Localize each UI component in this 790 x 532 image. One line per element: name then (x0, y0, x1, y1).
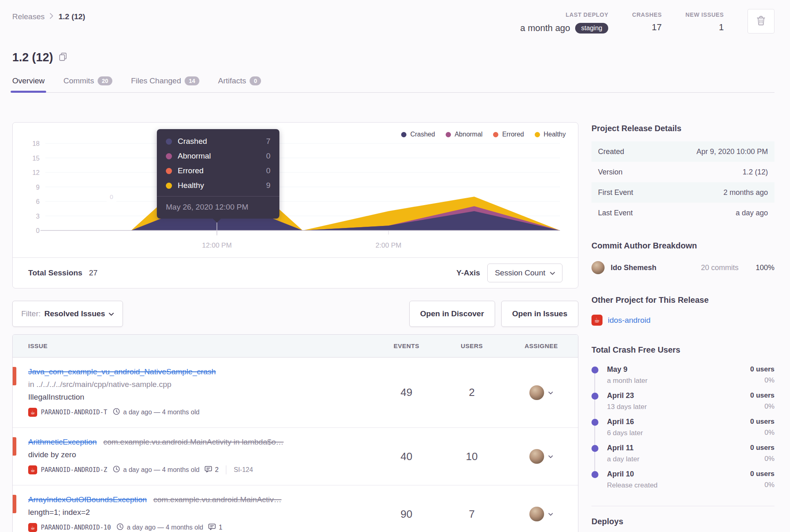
column-header-users: USERS (439, 342, 504, 349)
svg-text:3: 3 (36, 213, 40, 220)
tooltip-series-value: 0 (266, 152, 270, 161)
legend-label: Errored (502, 131, 524, 138)
tab[interactable]: Files Changed 14 (131, 76, 199, 92)
crash-free-timeline: May 9 a month later 0 users 0% (591, 365, 774, 490)
legend-label: Healthy (544, 131, 566, 138)
chevron-down-icon (550, 268, 555, 277)
detail-row: Created Apr 9, 2020 10:00 PM (591, 141, 774, 162)
issues-table: ISSUE EVENTS USERS ASSIGNEE Java_com_exa… (12, 334, 578, 532)
tooltip-series-dot (166, 183, 172, 189)
timeline-date: April 23 (607, 391, 647, 400)
legend-dot (535, 132, 540, 137)
tab-count-badge: 0 (250, 76, 261, 85)
breadcrumb-releases-link[interactable]: Releases (12, 12, 45, 21)
timeline-users: 0 users (750, 444, 774, 452)
legend-item[interactable]: Abnormal (446, 131, 482, 138)
timeline-dot (591, 445, 598, 452)
detail-label: Version (598, 168, 623, 177)
crash-free-heading: Total Crash Free Users (591, 345, 774, 355)
issue-title-link[interactable]: ArrayIndexOutOfBoundsException (28, 495, 147, 504)
timeline-percent: 0% (750, 376, 774, 384)
project-badge[interactable]: ☕ PARANOID-ANDROID-10 (28, 523, 111, 532)
issues-filter-dropdown[interactable]: Filter: Resolved Issues (12, 301, 123, 327)
sidebar-divider (591, 506, 774, 506)
timeline-users: 0 users (750, 391, 774, 400)
total-sessions-value: 27 (89, 268, 98, 277)
timeline-item: April 16 6 days later 0 users 0% (591, 418, 774, 437)
stat-crashes: CRASHES 17 (632, 9, 662, 32)
comment-icon (205, 466, 212, 474)
tooltip-series-label: Errored (178, 166, 203, 175)
chevron-down-icon (109, 309, 114, 318)
clock-icon (113, 465, 120, 474)
assignee-dropdown[interactable] (504, 428, 578, 485)
external-issue-link[interactable]: SI-124 (234, 466, 253, 474)
stat-label: NEW ISSUES (685, 11, 724, 18)
issue-location: in ../../../../src/main/cpp/native-sampl… (28, 380, 366, 389)
release-details-list: Created Apr 9, 2020 10:00 PM Version 1.2… (591, 141, 774, 223)
issue-description: divide by zero (28, 450, 366, 459)
assignee-dropdown[interactable] (504, 358, 578, 427)
legend-dot (446, 132, 451, 137)
detail-value: a day ago (736, 209, 768, 217)
unresolved-marker (13, 495, 16, 513)
tab[interactable]: Artifacts 0 (218, 76, 261, 92)
unresolved-marker (13, 437, 16, 456)
events-count: 49 (374, 358, 439, 427)
coffee-project-icon: ☕ (591, 315, 603, 326)
author-avatar (591, 261, 605, 274)
tooltip-series-value: 0 (266, 166, 270, 175)
y-axis-select[interactable]: Session Count (487, 264, 562, 282)
other-project-link[interactable]: idos-android (608, 316, 651, 325)
page-title: 1.2 (12) (12, 51, 53, 64)
legend-item[interactable]: Errored (493, 131, 524, 138)
sessions-chart: 036912151812:00 PM2:00 PM0 Crashed Abnor… (13, 123, 578, 257)
tab-count-badge: 20 (98, 76, 112, 85)
detail-label: Last Event (598, 209, 633, 217)
timeline-percent: 0% (750, 481, 774, 489)
svg-text:18: 18 (32, 140, 40, 147)
timeline-note: a month later (607, 377, 647, 385)
chart-tooltip: Crashed 7 Abnormal 0 (157, 129, 279, 219)
tooltip-series-dot (166, 153, 172, 159)
legend-label: Crashed (410, 131, 435, 138)
users-count: 2 (439, 358, 504, 427)
tooltip-series-dot (166, 168, 172, 174)
users-count: 7 (439, 485, 504, 532)
tab[interactable]: Overview (12, 76, 45, 92)
issue-title-link[interactable]: ArithmeticException (28, 438, 97, 446)
author-name: Ido Shemesh (611, 264, 701, 272)
other-project-heading: Other Project for This Release (591, 295, 774, 305)
project-badge[interactable]: ☕ PARANOID-ANDROID-T (28, 408, 107, 417)
timeline-date: May 9 (607, 365, 647, 374)
tooltip-row: Errored 0 (157, 163, 279, 178)
tab-label: Commits (63, 76, 94, 85)
clock-icon (116, 523, 124, 532)
header-stats: LAST DEPLOY a month ago staging CRASHES … (520, 9, 774, 34)
breadcrumb: Releases 1.2 (12) (12, 9, 85, 21)
project-badge[interactable]: ☕ PARANOID-ANDROID-Z (28, 465, 107, 474)
timeline-item: April 10 Release created 0 users 0% (591, 470, 774, 490)
trash-icon (756, 15, 766, 28)
open-in-issues-button[interactable]: Open in Issues (501, 301, 578, 327)
last-deploy-value: a month ago (520, 24, 570, 33)
meta-divider (226, 465, 226, 474)
open-in-discover-button[interactable]: Open in Discover (409, 301, 495, 327)
tab[interactable]: Commits 20 (63, 76, 112, 92)
timeline-note: Release created (607, 481, 658, 490)
commit-author-heading: Commit Author Breakdown (591, 241, 774, 250)
assignee-dropdown[interactable] (504, 485, 578, 532)
detail-value: 1.2 (12) (743, 168, 768, 177)
issue-title-link[interactable]: Java_com_example_vu_android_NativeSample… (28, 367, 216, 376)
tab-count-badge: 14 (185, 76, 199, 85)
legend-item[interactable]: Crashed (401, 131, 435, 138)
timeline-date: April 10 (607, 470, 658, 478)
copy-icon[interactable] (59, 52, 67, 63)
delete-release-button[interactable] (748, 9, 774, 34)
assignee-avatar (529, 385, 544, 400)
legend-item[interactable]: Healthy (535, 131, 566, 138)
timeline-percent: 0% (750, 429, 774, 437)
sidebar: Project Release Details Created Apr 9, 2… (591, 122, 774, 532)
timeline-item: May 9 a month later 0 users 0% (591, 365, 774, 385)
timeline-date: April 16 (607, 418, 643, 426)
